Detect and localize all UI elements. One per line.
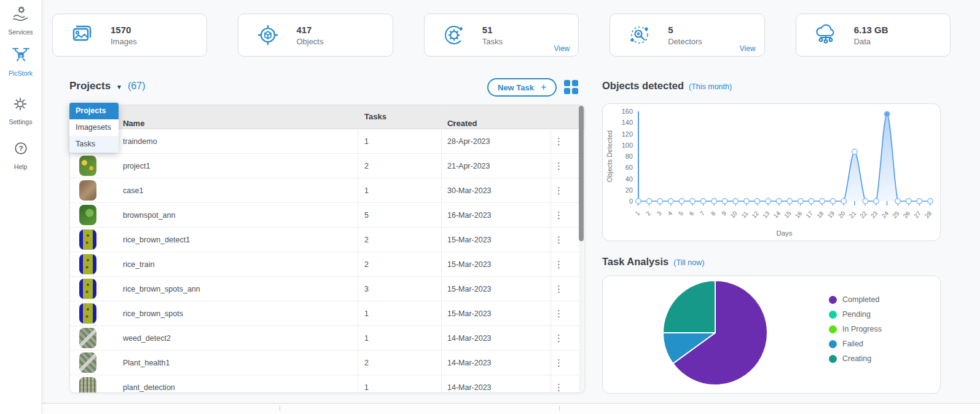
table-row[interactable]: rice_brown_spots115-Mar-2023⋮ xyxy=(70,301,584,326)
stat-label: Data xyxy=(854,37,888,46)
row-kebab-menu-icon[interactable]: ⋮ xyxy=(554,335,563,342)
objects-detected-line-chart: 020406080100120140160Objects Detected123… xyxy=(603,104,940,241)
menu-item-tasks[interactable]: Tasks xyxy=(69,136,119,153)
horizontal-scrollbar[interactable] xyxy=(0,403,980,414)
svg-text:12: 12 xyxy=(750,210,760,220)
project-name: rice_brown_detect1 xyxy=(123,236,190,244)
row-kebab-menu-icon[interactable]: ⋮ xyxy=(554,359,563,367)
sidebar-item-picstork[interactable]: PicStork xyxy=(9,45,33,77)
project-name: rice_brown_spots xyxy=(123,309,183,318)
row-kebab-menu-icon[interactable]: ⋮ xyxy=(554,310,563,317)
task-analysis-title: Task Analysis (Till now) xyxy=(602,256,704,268)
task-analysis-chart-card: CompletedPendingIn ProgressFailedCreatin… xyxy=(602,276,941,394)
svg-text:18: 18 xyxy=(815,210,825,220)
stat-label: Tasks xyxy=(482,37,503,46)
table-header: Name↑ Tasks Created at↑ xyxy=(70,105,584,129)
table-row[interactable]: brownspot_ann516-Mar-2023⋮ xyxy=(70,203,584,228)
svg-text:80: 80 xyxy=(625,153,633,160)
row-kebab-menu-icon[interactable]: ⋮ xyxy=(554,384,563,391)
new-task-label: New Task xyxy=(498,83,534,92)
project-task-count: 1 xyxy=(364,383,369,392)
grid-view-button[interactable] xyxy=(564,80,579,95)
new-task-button[interactable]: New Task + xyxy=(487,78,557,97)
table-row[interactable]: traindemo128-Apr-2023⋮ xyxy=(70,129,584,154)
project-name: rice_train xyxy=(123,260,154,269)
legend-item: In Progress xyxy=(829,322,882,336)
project-created-date: 14-Mar-2023 xyxy=(447,359,492,367)
sort-asc-icon: ↑ xyxy=(451,119,455,127)
stat-card-images: 1570 Images xyxy=(52,14,207,57)
menu-item-imagesets[interactable]: Imagesets xyxy=(69,119,119,136)
legend-label: Pending xyxy=(842,310,871,319)
row-kebab-menu-icon[interactable]: ⋮ xyxy=(554,261,563,268)
svg-text:40: 40 xyxy=(625,175,633,183)
stat-label: Images xyxy=(111,37,137,46)
sidebar: Services PicStork xyxy=(0,0,42,414)
table-row[interactable]: rice_brown_detect1215-Mar-2023⋮ xyxy=(70,228,584,252)
sidebar-item-help[interactable]: ? Help xyxy=(12,140,30,170)
sidebar-item-label: PicStork xyxy=(9,70,33,77)
sidebar-item-settings[interactable]: Settings xyxy=(9,95,33,125)
tasks-gear-icon xyxy=(442,23,466,47)
svg-text:20: 20 xyxy=(837,210,847,220)
gear-icon xyxy=(11,95,29,116)
stat-label: Objects xyxy=(296,37,323,46)
svg-text:Days: Days xyxy=(776,229,792,237)
row-kebab-menu-icon[interactable]: ⋮ xyxy=(554,236,563,244)
project-name: project1 xyxy=(123,162,150,170)
row-kebab-menu-icon[interactable]: ⋮ xyxy=(554,138,563,145)
svg-text:28: 28 xyxy=(923,210,933,220)
cloud-data-icon xyxy=(813,23,838,47)
svg-text:24: 24 xyxy=(880,210,890,220)
row-kebab-menu-icon[interactable]: ⋮ xyxy=(554,285,563,293)
svg-text:23: 23 xyxy=(869,210,879,220)
svg-text:8: 8 xyxy=(710,210,717,217)
svg-text:0: 0 xyxy=(629,197,633,205)
table-row[interactable]: weed_detect2114-Mar-2023⋮ xyxy=(70,326,584,351)
project-task-count: 1 xyxy=(364,137,369,146)
table-row[interactable]: Plant_health1214-Mar-2023⋮ xyxy=(70,351,584,375)
projects-dropdown-toggle[interactable]: Projects xyxy=(69,80,111,92)
row-kebab-menu-icon[interactable]: ⋮ xyxy=(554,212,563,219)
project-created-date: 15-Mar-2023 xyxy=(447,260,492,269)
project-task-count: 2 xyxy=(364,236,369,244)
project-task-count: 2 xyxy=(364,260,369,269)
menu-item-projects[interactable]: Projects xyxy=(69,103,119,119)
svg-text:2: 2 xyxy=(645,210,652,217)
sidebar-item-label: Settings xyxy=(9,118,33,125)
table-row[interactable]: project1221-Apr-2023⋮ xyxy=(70,154,584,178)
row-kebab-menu-icon[interactable]: ⋮ xyxy=(554,162,563,170)
sidebar-item-services[interactable]: Services xyxy=(8,5,33,36)
task-analysis-pie-chart xyxy=(603,276,824,393)
table-row[interactable]: rice_train215-Mar-2023⋮ xyxy=(70,252,584,277)
project-task-count: 3 xyxy=(364,285,369,293)
legend-label: Failed xyxy=(842,340,863,348)
legend-label: Creating xyxy=(842,354,871,363)
pie-legend: CompletedPendingIn ProgressFailedCreatin… xyxy=(829,292,882,366)
project-thumbnail xyxy=(79,377,96,393)
column-header-tasks: Tasks xyxy=(364,112,386,121)
svg-text:14: 14 xyxy=(772,210,782,220)
project-name: rice_brown_spots_ann xyxy=(123,285,200,293)
project-thumbnail xyxy=(79,254,96,274)
project-name: case1 xyxy=(123,186,143,195)
project-created-date: 14-Mar-2023 xyxy=(447,383,492,392)
row-kebab-menu-icon[interactable]: ⋮ xyxy=(554,187,563,194)
project-task-count: 1 xyxy=(364,309,369,318)
project-created-date: 15-Mar-2023 xyxy=(447,285,492,293)
drone-icon xyxy=(11,45,31,67)
project-created-date: 30-Mar-2023 xyxy=(447,186,492,195)
column-divider xyxy=(551,105,551,392)
view-detectors-link[interactable]: View xyxy=(740,44,756,53)
svg-text:3: 3 xyxy=(656,210,663,217)
view-tasks-link[interactable]: View xyxy=(554,44,570,53)
table-row[interactable]: case1130-Mar-2023⋮ xyxy=(70,178,584,203)
table-row[interactable]: plant_detection114-Mar-2023⋮ xyxy=(70,375,584,393)
table-row[interactable]: rice_brown_spots_ann315-Mar-2023⋮ xyxy=(70,277,584,301)
sidebar-item-label: Help xyxy=(14,163,28,170)
project-name: Plant_health1 xyxy=(123,359,170,367)
objects-detected-chart-card: 020406080100120140160Objects Detected123… xyxy=(602,103,941,241)
svg-text:17: 17 xyxy=(804,210,814,220)
chevron-down-icon[interactable]: ▼ xyxy=(116,84,122,90)
table-scrollbar-thumb[interactable] xyxy=(579,106,584,241)
